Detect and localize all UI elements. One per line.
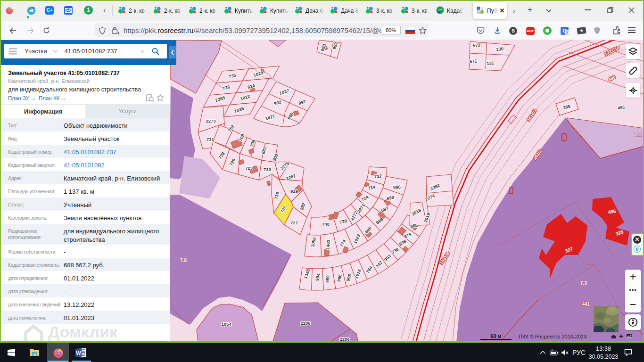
svg-text:732: 732 [374,173,382,179]
svg-text:2273: 2273 [206,118,215,123]
svg-text:572: 572 [473,42,481,48]
svg-text:2206: 2206 [300,321,310,326]
svg-text:1054: 1054 [221,321,231,327]
svg-text:7.8: 7.8 [180,258,187,263]
svg-text:727: 727 [290,220,298,225]
svg-text:130: 130 [496,46,504,52]
svg-text:7.1: 7.1 [635,132,641,137]
svg-text:131: 131 [487,60,495,66]
svg-text:W: W [76,350,81,356]
svg-text:731: 731 [206,137,215,142]
svg-text:959: 959 [325,275,330,283]
svg-text:740: 740 [322,222,330,227]
svg-text:1463: 1463 [325,239,331,250]
svg-text:571: 571 [470,58,478,64]
svg-text:7.3: 7.3 [580,280,587,286]
svg-text:733: 733 [264,167,271,172]
svg-text:723: 723 [245,165,253,171]
svg-text:441: 441 [582,302,590,307]
svg-text:919: 919 [290,189,298,194]
svg-text:886: 886 [393,184,401,190]
